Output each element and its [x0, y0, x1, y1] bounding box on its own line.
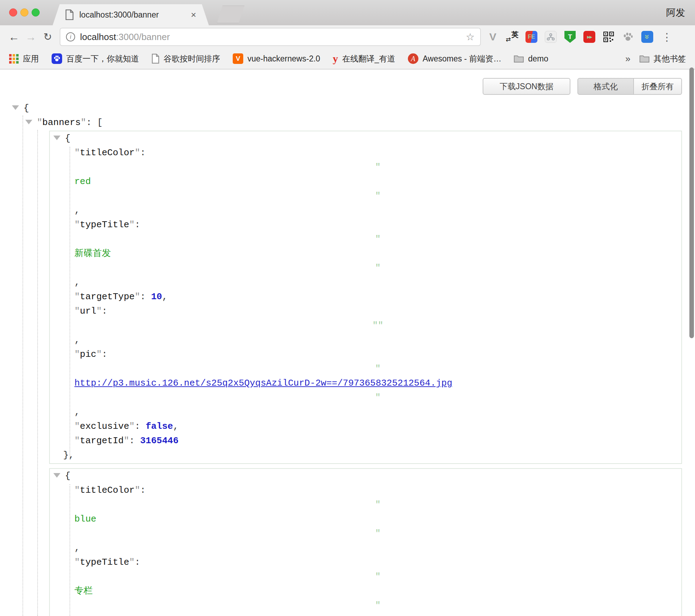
json-root-line: { — [0, 101, 695, 116]
profile-name[interactable]: 阿发 — [666, 6, 685, 19]
json-viewer: { "banners": [ {"titleColor": "red","typ… — [0, 101, 695, 616]
quote: " — [74, 232, 681, 247]
collapse-toggle-icon[interactable] — [25, 120, 32, 124]
download-manager-extension-icon[interactable]: » — [640, 30, 654, 44]
quote: " — [74, 189, 681, 203]
collapse-toggle-icon[interactable] — [12, 105, 19, 110]
json-string-value: 新碟首发 — [74, 248, 111, 259]
address-bar[interactable]: i localhost:3000/banner ☆ — [60, 28, 481, 46]
new-tab-button[interactable] — [217, 6, 244, 23]
org-chart-extension-icon[interactable] — [544, 30, 558, 44]
json-entry-targetType: "targetType": 10, — [50, 290, 681, 304]
quote: " — [96, 306, 102, 316]
open-brace: { — [65, 471, 71, 481]
bookmark-baidu[interactable]: 百度一下，你就知道 — [52, 53, 139, 64]
browser-menu-icon[interactable]: ⋮ — [662, 31, 672, 43]
colon: : — [140, 485, 151, 496]
quote: " — [129, 421, 135, 432]
json-banners-line: "banners": [ — [0, 116, 695, 130]
bookmark-star-icon[interactable]: ☆ — [466, 31, 475, 43]
banner-object-box: {"titleColor": "red","typeTitle": "新碟首发"… — [49, 131, 682, 464]
other-bookmarks-folder[interactable]: 其他书签 — [640, 53, 686, 64]
collapse-all-button[interactable]: 折叠所有 — [634, 78, 682, 95]
comma: , — [74, 543, 80, 553]
quote: " — [74, 435, 80, 446]
quote: " — [135, 148, 140, 158]
quote: " — [74, 421, 80, 432]
browser-toolbar: ← → ↻ i localhost:3000/banner ☆ V 英 ⇄ FE… — [0, 25, 695, 48]
minimize-window-button[interactable] — [20, 8, 28, 17]
window-titlebar: localhost:3000/banner × 阿发 — [0, 0, 695, 25]
object-open-line: { — [50, 131, 681, 146]
bookmark-vue-hackernews[interactable]: V vue-hackernews-2.0 — [233, 53, 320, 64]
quote: " — [74, 160, 681, 175]
object-open-line: { — [50, 469, 681, 483]
json-empty-string-value: "" — [74, 319, 681, 333]
tab-close-icon[interactable]: × — [191, 9, 196, 20]
json-entry-titleColor: "titleColor": "blue", — [50, 483, 681, 555]
bookmark-youdao-translate[interactable]: y 在线翻译_有道 — [333, 53, 395, 65]
comma: , — [162, 291, 168, 302]
quote: " — [135, 291, 140, 302]
json-link[interactable]: http://p3.music.126.net/s25q2x5QyqsAzilC… — [74, 378, 452, 388]
fe-helper-extension-icon[interactable]: FE — [524, 30, 538, 44]
paw-extension-icon[interactable] — [621, 30, 635, 44]
comma: , — [74, 205, 80, 216]
vertical-scrollbar-thumb[interactable] — [689, 67, 694, 338]
back-icon[interactable]: ← — [6, 32, 22, 42]
reload-icon[interactable]: ↻ — [39, 32, 56, 42]
zoom-window-button[interactable] — [32, 8, 40, 17]
quote: " — [124, 435, 129, 446]
colon: : — [135, 421, 146, 432]
quote: " — [74, 148, 80, 158]
json-key: url — [80, 306, 97, 316]
bookmark-folder-demo[interactable]: demo — [514, 54, 548, 64]
folder-icon — [514, 54, 524, 63]
download-json-button[interactable]: 下载JSON数据 — [483, 78, 570, 95]
qr-code-extension-icon[interactable] — [602, 30, 616, 44]
bookmark-apps[interactable]: 应用 — [9, 53, 39, 64]
json-key: pic — [80, 349, 97, 360]
json-key: typeTitle — [80, 219, 129, 230]
indent-guide — [70, 147, 70, 459]
colon: : — [140, 291, 151, 302]
json-boolean-value: false — [146, 421, 173, 432]
translate-extension-icon[interactable]: 英 ⇄ — [505, 30, 519, 44]
youdao-icon: y — [333, 53, 338, 65]
bookmark-awesomes[interactable]: A Awesomes - 前端资… — [408, 53, 502, 64]
fast-forward-extension-icon[interactable]: ▶▶ — [582, 30, 596, 44]
page-info-icon[interactable]: i — [66, 32, 75, 41]
json-key: banners — [42, 117, 81, 128]
open-brace: { — [24, 103, 29, 113]
json-entry-titleColor: "titleColor": "red", — [50, 146, 681, 218]
colon: : — [140, 148, 151, 158]
quote: " — [129, 219, 135, 230]
url-text[interactable]: localhost:3000/banner — [80, 32, 462, 42]
open-brace: { — [65, 133, 71, 144]
quote: " — [74, 291, 80, 302]
url-path: :3000/banner — [116, 32, 170, 42]
quote: " — [96, 349, 102, 360]
json-number-value: 10 — [151, 291, 162, 302]
quote: " — [74, 570, 681, 584]
indent-guide — [37, 130, 38, 616]
comma: , — [74, 277, 80, 288]
json-key: targetType — [80, 291, 135, 302]
colon: : — [135, 557, 146, 568]
quote: " — [74, 349, 80, 360]
banner-object-box: {"titleColor": "blue","typeTitle": "专栏",… — [49, 468, 682, 616]
collapse-toggle-icon[interactable] — [53, 473, 60, 478]
quote: " — [74, 526, 681, 541]
collapse-toggle-icon[interactable] — [53, 136, 60, 140]
browser-tab[interactable]: localhost:3000/banner × — [53, 4, 209, 25]
close-window-button[interactable] — [9, 8, 17, 17]
vue-devtools-extension-icon[interactable]: V — [486, 30, 500, 44]
green-shield-extension-icon[interactable]: T — [563, 30, 577, 44]
bookmark-google-sort[interactable]: 谷歌按时间排序 — [152, 53, 220, 64]
json-key: typeTitle — [80, 557, 129, 568]
colon: : — [102, 349, 113, 360]
quote: " — [74, 306, 80, 316]
format-button[interactable]: 格式化 — [577, 78, 634, 95]
bookmarks-overflow-chevron[interactable]: » — [626, 53, 630, 64]
json-number-value: 3165446 — [140, 435, 178, 446]
